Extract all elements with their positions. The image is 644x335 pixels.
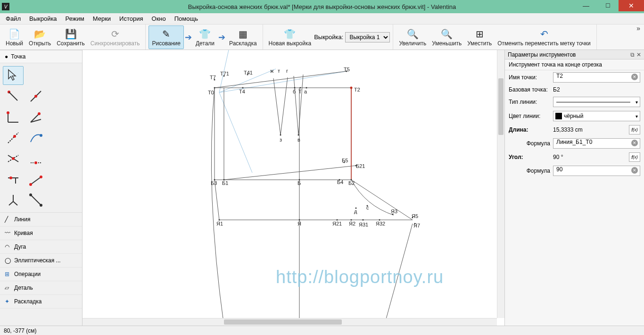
svg-line-25 — [9, 201, 13, 205]
status-bar: 80, -377 (см) — [0, 326, 644, 335]
svg-point-12 — [40, 134, 42, 137]
sidebar-item-curve[interactable]: 〰Кривая — [0, 226, 82, 240]
sidebar-item-operations[interactable]: ⊞Операции — [0, 268, 82, 281]
line-type-select[interactable] — [553, 97, 640, 107]
zoom-fit-button[interactable]: ⊞Уместить — [464, 25, 495, 49]
length-formula-input[interactable]: Линия_Б1_Т0 — [553, 138, 640, 149]
fx-button[interactable]: f(x) — [629, 152, 640, 162]
new-button[interactable]: 📄Новый — [3, 25, 26, 49]
svg-text:з: з — [280, 137, 282, 142]
svg-line-49 — [273, 78, 281, 135]
properties-subtitle: Инструмент точка на конце отрезка — [505, 59, 644, 70]
svg-text:Я7: Я7 — [413, 223, 420, 228]
tool-y-point[interactable] — [3, 191, 24, 209]
tool-shoulder[interactable] — [3, 170, 24, 189]
svg-text:Т: Т — [298, 89, 302, 94]
save-button[interactable]: 💾Сохранить — [54, 25, 88, 49]
point-name-input[interactable]: Т2 — [553, 72, 640, 83]
sidebar-item-detail[interactable]: ▱Деталь — [0, 281, 82, 295]
svg-point-6 — [7, 111, 9, 114]
svg-text:Т5: Т5 — [344, 67, 350, 72]
svg-line-50 — [281, 77, 288, 135]
horizontal-scrollbar[interactable] — [83, 318, 497, 326]
line-color-select[interactable]: чёрный — [553, 111, 640, 121]
tool-bisector[interactable] — [25, 108, 46, 126]
svg-line-10 — [8, 133, 18, 143]
tool-diag-point[interactable] — [25, 191, 46, 209]
open-button[interactable]: 📂Открыть — [26, 25, 54, 49]
svg-line-44 — [351, 180, 413, 220]
close-button[interactable]: ✕ — [619, 0, 644, 11]
tool-along-line[interactable] — [3, 128, 24, 147]
svg-text:Б3: Б3 — [211, 180, 217, 186]
svg-text:Я1: Я1 — [216, 221, 223, 226]
vertical-scrollbar[interactable] — [497, 50, 504, 318]
sidebar-item-arc[interactable]: ◠Дуга — [0, 240, 82, 254]
pattern-label: Выкройка: — [314, 34, 345, 41]
menu-file[interactable]: Файл — [2, 14, 25, 24]
tool-segment-point[interactable] — [3, 87, 24, 106]
svg-point-64 — [280, 134, 281, 136]
svg-text:Т71: Т71 — [220, 71, 229, 76]
menu-history[interactable]: История — [116, 14, 147, 24]
svg-line-47 — [384, 224, 413, 326]
svg-text:д: д — [354, 209, 357, 214]
svg-point-79 — [363, 219, 364, 221]
svg-point-9 — [38, 112, 41, 115]
tool-perpendicular[interactable] — [3, 108, 24, 126]
undo-move-button[interactable]: ↶Отменить переместить метку точки — [495, 25, 594, 49]
prop-angle-formula: Формула 90 — [505, 164, 644, 178]
zoom-out-button[interactable]: 🔍Уменьшить — [429, 25, 464, 49]
properties-titlebar[interactable]: Параметры инструментов ⧉✕ — [505, 50, 644, 59]
svg-text:Я21: Я21 — [332, 221, 342, 226]
draw-mode-button[interactable]: ✎Рисование — [149, 25, 183, 49]
zoom-in-button[interactable]: 🔍Увеличить — [396, 25, 429, 49]
menu-help[interactable]: Помощь — [171, 14, 202, 24]
svg-text:а: а — [304, 89, 307, 94]
svg-point-65 — [298, 134, 299, 136]
menu-pattern[interactable]: Выкройка — [25, 14, 61, 24]
svg-text:Т2: Т2 — [354, 87, 360, 92]
drawing-canvas[interactable]: Т7 Т71 Т41 ж т г Т5 Т0 Т4 б Т а Т2 з в Б… — [83, 50, 504, 326]
layout-mode-button[interactable]: ▦Раскладка — [226, 25, 260, 49]
fx-button[interactable]: f(x) — [629, 125, 640, 134]
tool-category-list: ╱Линия 〰Кривая ◠Дуга ◯Эллиптическая ... … — [0, 212, 82, 309]
sidebar-item-elliptical[interactable]: ◯Эллиптическая ... — [0, 254, 82, 268]
svg-text:в: в — [297, 137, 300, 142]
svg-point-29 — [40, 204, 42, 207]
svg-line-51 — [294, 76, 298, 135]
svg-point-11 — [13, 135, 16, 138]
details-mode-button[interactable]: 👕Детали — [193, 25, 217, 49]
tool-dots-line[interactable] — [25, 149, 46, 168]
sync-button[interactable]: ⟳Синхронизировать — [88, 25, 143, 49]
angle-formula-input[interactable]: 90 — [553, 166, 640, 176]
tool-curve-point[interactable] — [25, 128, 46, 147]
svg-text:Я2: Я2 — [349, 221, 355, 226]
sidebar-item-line[interactable]: ╱Линия — [0, 213, 82, 226]
menu-mode[interactable]: Режим — [62, 14, 88, 24]
minimize-button[interactable]: — — [575, 0, 597, 11]
point-section-header[interactable]: ●Точка — [0, 50, 82, 63]
maximize-button[interactable]: ☐ — [597, 0, 619, 11]
toolbar-overflow[interactable]: » — [633, 25, 644, 50]
tool-midpoint[interactable] — [25, 87, 46, 106]
dock-icon[interactable]: ⧉ — [630, 51, 635, 58]
sidebar-item-layout[interactable]: ✦Раскладка — [0, 295, 82, 309]
tool-triangle[interactable] — [25, 170, 46, 189]
svg-text:г: г — [286, 68, 288, 74]
menu-window[interactable]: Окно — [148, 14, 170, 24]
close-panel-icon[interactable]: ✕ — [636, 51, 641, 58]
svg-line-26 — [13, 201, 17, 205]
svg-text:Б5: Б5 — [342, 158, 348, 163]
arrow-icon: ➔ — [184, 32, 193, 42]
app-icon: V — [2, 3, 9, 10]
tool-intersection[interactable] — [3, 149, 24, 168]
tool-pointer[interactable] — [3, 66, 24, 85]
menu-measurements[interactable]: Мерки — [89, 14, 115, 24]
svg-text:Я32: Я32 — [376, 221, 385, 226]
svg-point-84 — [350, 87, 353, 89]
pattern-select[interactable]: Выкройка 1 — [345, 32, 390, 42]
new-pattern-button[interactable]: 👕Новая выкройка — [266, 25, 314, 49]
prop-length-formula: Формула Линия_Б1_Т0 — [505, 136, 644, 151]
cursor-coords: 80, -377 (см) — [4, 327, 37, 334]
